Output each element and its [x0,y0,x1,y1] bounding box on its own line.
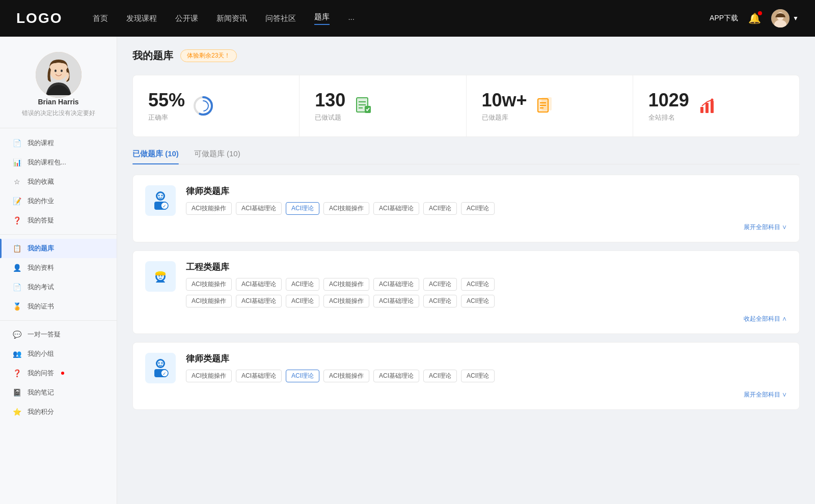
tag-item[interactable]: ACI理论 [423,370,457,382]
tag-item[interactable]: ACI理论 [461,370,495,382]
stat-questions-label: 已做试题 [315,113,345,122]
collapse-link-2[interactable]: 收起全部科目 ∧ [145,315,787,323]
sidebar-item-label: 我的考试 [28,283,54,292]
sidebar-item-label: 我的答疑 [28,216,54,225]
nav-news[interactable]: 新闻资讯 [216,14,247,23]
sidebar-username: Brian Harris [38,98,78,106]
tag-item[interactable]: ACI技能操作 [186,202,232,215]
tab-available[interactable]: 可做题库 (10) [194,149,240,164]
sidebar-item-certificates[interactable]: 🏅 我的证书 [0,297,117,316]
stat-ranking-label: 全站排名 [648,113,689,122]
tag-item[interactable]: ACI理论 [461,202,495,215]
tab-done[interactable]: 已做题库 (10) [132,149,179,164]
sidebar-item-favorites[interactable]: ☆ 我的收藏 [0,172,117,191]
tag-item[interactable]: ACI理论 [423,295,457,307]
app-download-btn[interactable]: APP下载 [710,14,738,23]
tag-item[interactable]: ACI基础理论 [236,202,282,215]
tag-item[interactable]: ACI理论 [286,278,319,291]
stat-questions-done-content: 130 已做试题 [315,90,345,122]
stats-row: 55% 正确率 130 已做试题 [132,75,800,137]
tag-item[interactable]: ACI理论 [461,278,495,291]
tag-item[interactable]: ACI基础理论 [236,370,282,382]
sidebar-item-qbank[interactable]: 📋 我的题库 [0,239,117,258]
stat-accuracy-label: 正确率 [148,113,185,122]
nav-links: 首页 发现课程 公开课 新闻资讯 问答社区 题库 ··· [93,12,710,25]
tag-item[interactable]: ACI技能操作 [186,295,232,307]
stat-questions-icon [354,96,374,116]
sidebar-item-label: 我的课程包... [28,158,66,167]
notification-bell[interactable]: 🔔 [748,12,761,24]
stat-accuracy-content: 55% 正确率 [148,90,185,122]
qbank-card-header-3: ✓ 律师类题库 ACI技能操作 ACI基础理论 ACI理论 ACI技能操作 AC… [145,353,787,383]
tag-item[interactable]: ACI技能操作 [323,278,369,291]
svg-rect-24 [705,103,709,113]
stat-qbank-content: 10w+ 已做题库 [482,90,527,122]
sidebar-item-label: 我的问答 [28,369,54,378]
tag-item[interactable]: ACI技能操作 [323,202,369,215]
tag-item[interactable]: ACI理论 [461,295,495,307]
tag-item[interactable]: ACI基础理论 [236,295,282,307]
sidebar-item-label: 一对一答疑 [28,330,61,339]
sidebar-item-qa[interactable]: ❓ 我的答疑 [0,211,117,230]
stat-ranking-content: 1029 全站排名 [648,90,689,122]
nav-qbank[interactable]: 题库 [314,12,330,25]
qbank-engineer-header: 工程类题库 ACI技能操作 ACI基础理论 ACI理论 ACI技能操作 ACI基… [145,261,787,307]
svg-rect-23 [700,107,703,113]
sidebar-item-points[interactable]: ⭐ 我的积分 [0,402,117,422]
tag-item[interactable]: ACI理论 [423,202,457,215]
qbank-engineer-tags-row1: ACI技能操作 ACI基础理论 ACI理论 ACI技能操作 ACI基础理论 AC… [186,278,787,291]
qbank-card-lawyer-2: ✓ 律师类题库 ACI技能操作 ACI基础理论 ACI理论 ACI技能操作 AC… [132,342,800,410]
sidebar-item-courses[interactable]: 📄 我的课程 [0,133,117,153]
stat-ranking: 1029 全站排名 [633,75,799,136]
sidebar-item-homework[interactable]: 📝 我的作业 [0,191,117,211]
main-content: 我的题库 体验剩余23天！ 55% 正确率 [117,37,815,504]
sidebar-item-label: 我的课程 [28,138,54,148]
sidebar-item-label: 我的资料 [28,263,54,272]
tag-item[interactable]: ACI基础理论 [373,295,419,307]
sidebar-item-1on1[interactable]: 💬 一对一答疑 [0,325,117,344]
page-title: 我的题库 [132,49,173,63]
nav-home[interactable]: 首页 [93,14,108,23]
tag-item[interactable]: ACI技能操作 [323,295,369,307]
sidebar-item-questions[interactable]: ❓ 我的问答 [0,363,117,383]
tag-item-active[interactable]: ACI理论 [286,370,319,382]
sidebar-item-groups[interactable]: 👥 我的小组 [0,344,117,363]
tag-item[interactable]: ACI技能操作 [186,278,232,291]
svg-point-7 [61,70,63,72]
stat-qbank-label: 已做题库 [482,113,527,122]
sidebar-item-course-packages[interactable]: 📊 我的课程包... [0,153,117,172]
tag-item[interactable]: ACI基础理论 [373,202,419,215]
tag-item[interactable]: ACI技能操作 [186,370,232,382]
sidebar-item-profile[interactable]: 👤 我的资料 [0,258,117,277]
sidebar-motto: 错误的决定比没有决定要好 [22,109,95,118]
nav-discover[interactable]: 发现课程 [126,14,157,23]
tag-item-active[interactable]: ACI理论 [286,202,319,215]
tag-item[interactable]: ACI基础理论 [373,278,419,291]
sidebar-item-label: 我的收藏 [28,177,54,186]
sidebar-item-notes[interactable]: 📓 我的笔记 [0,383,117,402]
tag-item[interactable]: ACI技能操作 [323,370,369,382]
nav-more[interactable]: ··· [348,14,355,23]
avatar-chevron-icon: ▼ [793,15,799,22]
qbank-lawyer2-tags: ACI技能操作 ACI基础理论 ACI理论 ACI技能操作 ACI基础理论 AC… [186,370,787,382]
homework-icon: 📝 [12,197,21,205]
sidebar-item-exams[interactable]: 📄 我的考试 [0,277,117,297]
nav-open-course[interactable]: 公开课 [175,14,198,23]
page-layout: Brian Harris 错误的决定比没有决定要好 📄 我的课程 📊 我的课程包… [0,37,815,504]
expand-link-1[interactable]: 展开全部科目 ∨ [145,223,787,232]
expand-link-3[interactable]: 展开全部科目 ∨ [145,390,787,399]
stat-accuracy-value: 55% [148,90,185,111]
qbank-lawyer-icon: ✓ [145,185,176,216]
trial-badge: 体验剩余23天！ [180,49,237,62]
tag-item[interactable]: ACI理论 [286,295,319,307]
questions-icon: ❓ [12,369,21,377]
tag-item[interactable]: ACI基础理论 [373,370,419,382]
tag-item[interactable]: ACI理论 [423,278,457,291]
nav-qa[interactable]: 问答社区 [265,14,296,23]
qbank-card-lawyer-1: ✓ 律师类题库 ACI技能操作 ACI基础理论 ACI理论 ACI技能操作 AC… [132,175,800,242]
sidebar-item-label: 我的积分 [28,407,54,416]
qbank-engineer-title: 工程类题库 [186,261,787,273]
user-avatar-menu[interactable]: ▼ [771,9,799,27]
qbank-tabs: 已做题库 (10) 可做题库 (10) [132,149,800,164]
tag-item[interactable]: ACI基础理论 [236,278,282,291]
